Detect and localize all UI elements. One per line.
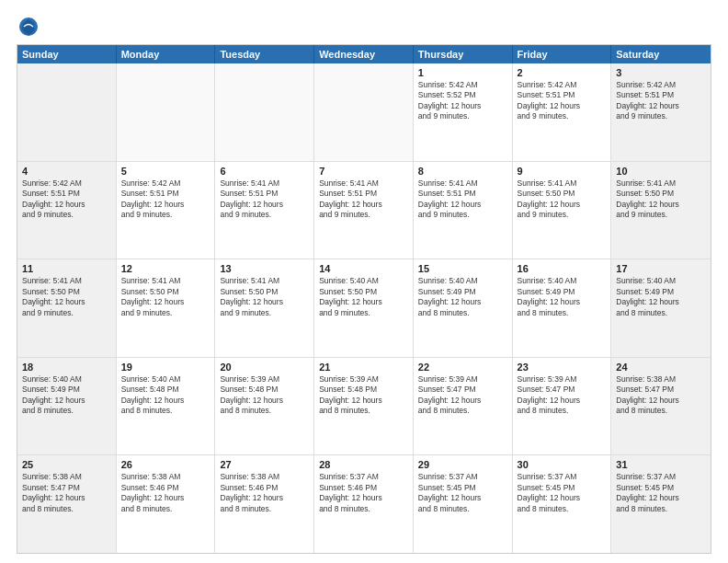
day-number: 19 bbox=[121, 362, 210, 373]
day-info: Sunrise: 5:42 AM Sunset: 5:52 PM Dayligh… bbox=[418, 80, 507, 122]
day-cell-14: 14Sunrise: 5:40 AM Sunset: 5:50 PM Dayli… bbox=[314, 259, 414, 357]
day-number: 4 bbox=[22, 166, 111, 177]
day-info: Sunrise: 5:37 AM Sunset: 5:46 PM Dayligh… bbox=[319, 472, 408, 514]
day-info: Sunrise: 5:38 AM Sunset: 5:46 PM Dayligh… bbox=[121, 472, 210, 514]
day-info: Sunrise: 5:41 AM Sunset: 5:50 PM Dayligh… bbox=[616, 178, 706, 221]
day-cell-12: 12Sunrise: 5:41 AM Sunset: 5:50 PM Dayli… bbox=[117, 259, 216, 357]
day-info: Sunrise: 5:40 AM Sunset: 5:49 PM Dayligh… bbox=[518, 276, 607, 318]
day-number: 17 bbox=[616, 263, 706, 274]
day-number: 18 bbox=[22, 362, 111, 373]
day-cell-5: 5Sunrise: 5:42 AM Sunset: 5:51 PM Daylig… bbox=[117, 162, 216, 259]
day-info: Sunrise: 5:41 AM Sunset: 5:50 PM Dayligh… bbox=[220, 276, 309, 318]
day-info: Sunrise: 5:41 AM Sunset: 5:51 PM Dayligh… bbox=[220, 178, 309, 221]
day-cell-26: 26Sunrise: 5:38 AM Sunset: 5:46 PM Dayli… bbox=[117, 455, 216, 553]
day-info: Sunrise: 5:39 AM Sunset: 5:48 PM Dayligh… bbox=[319, 374, 408, 417]
day-info: Sunrise: 5:42 AM Sunset: 5:51 PM Dayligh… bbox=[22, 178, 111, 221]
day-info: Sunrise: 5:40 AM Sunset: 5:49 PM Dayligh… bbox=[418, 276, 507, 318]
day-number: 2 bbox=[518, 67, 607, 78]
day-number: 22 bbox=[418, 362, 507, 373]
day-number: 26 bbox=[121, 459, 210, 470]
week-row-0: 1Sunrise: 5:42 AM Sunset: 5:52 PM Daylig… bbox=[17, 63, 711, 162]
day-cell-16: 16Sunrise: 5:40 AM Sunset: 5:49 PM Dayli… bbox=[513, 259, 612, 357]
day-cell-29: 29Sunrise: 5:37 AM Sunset: 5:45 PM Dayli… bbox=[414, 455, 513, 553]
header-day-saturday: Saturday bbox=[611, 45, 711, 63]
day-cell-15: 15Sunrise: 5:40 AM Sunset: 5:49 PM Dayli… bbox=[414, 259, 513, 357]
header-day-monday: Monday bbox=[117, 45, 216, 63]
day-number: 12 bbox=[121, 263, 210, 274]
day-cell-8: 8Sunrise: 5:41 AM Sunset: 5:51 PM Daylig… bbox=[414, 162, 513, 259]
day-cell-31: 31Sunrise: 5:37 AM Sunset: 5:45 PM Dayli… bbox=[611, 455, 711, 553]
day-info: Sunrise: 5:39 AM Sunset: 5:47 PM Dayligh… bbox=[518, 374, 607, 417]
day-number: 7 bbox=[319, 166, 408, 177]
day-cell-9: 9Sunrise: 5:41 AM Sunset: 5:50 PM Daylig… bbox=[513, 162, 612, 259]
day-cell-28: 28Sunrise: 5:37 AM Sunset: 5:46 PM Dayli… bbox=[314, 455, 414, 553]
header-day-wednesday: Wednesday bbox=[314, 45, 414, 63]
day-cell-22: 22Sunrise: 5:39 AM Sunset: 5:47 PM Dayli… bbox=[414, 358, 513, 455]
day-info: Sunrise: 5:41 AM Sunset: 5:51 PM Dayligh… bbox=[418, 178, 507, 221]
day-number: 14 bbox=[319, 263, 408, 274]
week-row-1: 4Sunrise: 5:42 AM Sunset: 5:51 PM Daylig… bbox=[17, 162, 711, 260]
day-cell-10: 10Sunrise: 5:41 AM Sunset: 5:50 PM Dayli… bbox=[611, 162, 711, 259]
day-cell-24: 24Sunrise: 5:38 AM Sunset: 5:47 PM Dayli… bbox=[611, 358, 711, 455]
empty-cell bbox=[17, 63, 117, 161]
day-info: Sunrise: 5:40 AM Sunset: 5:49 PM Dayligh… bbox=[22, 374, 111, 417]
day-number: 13 bbox=[220, 263, 309, 274]
day-info: Sunrise: 5:39 AM Sunset: 5:47 PM Dayligh… bbox=[418, 374, 507, 417]
day-number: 29 bbox=[418, 459, 507, 470]
day-cell-20: 20Sunrise: 5:39 AM Sunset: 5:48 PM Dayli… bbox=[215, 358, 314, 455]
day-number: 16 bbox=[518, 263, 607, 274]
day-number: 23 bbox=[518, 362, 607, 373]
day-info: Sunrise: 5:38 AM Sunset: 5:46 PM Dayligh… bbox=[220, 472, 309, 514]
day-info: Sunrise: 5:38 AM Sunset: 5:47 PM Dayligh… bbox=[22, 472, 111, 514]
day-info: Sunrise: 5:41 AM Sunset: 5:50 PM Dayligh… bbox=[22, 276, 111, 318]
calendar-body: 1Sunrise: 5:42 AM Sunset: 5:52 PM Daylig… bbox=[17, 63, 711, 553]
header-day-sunday: Sunday bbox=[17, 45, 117, 63]
day-cell-23: 23Sunrise: 5:39 AM Sunset: 5:47 PM Dayli… bbox=[513, 358, 612, 455]
day-cell-2: 2Sunrise: 5:42 AM Sunset: 5:51 PM Daylig… bbox=[513, 63, 612, 161]
header bbox=[17, 17, 711, 37]
day-info: Sunrise: 5:40 AM Sunset: 5:49 PM Dayligh… bbox=[616, 276, 706, 318]
day-info: Sunrise: 5:41 AM Sunset: 5:51 PM Dayligh… bbox=[319, 178, 408, 221]
calendar: SundayMondayTuesdayWednesdayThursdayFrid… bbox=[17, 44, 711, 554]
day-cell-4: 4Sunrise: 5:42 AM Sunset: 5:51 PM Daylig… bbox=[17, 162, 117, 259]
day-number: 10 bbox=[616, 166, 706, 177]
day-cell-3: 3Sunrise: 5:42 AM Sunset: 5:51 PM Daylig… bbox=[611, 63, 711, 161]
page: SundayMondayTuesdayWednesdayThursdayFrid… bbox=[0, 0, 728, 563]
day-info: Sunrise: 5:37 AM Sunset: 5:45 PM Dayligh… bbox=[418, 472, 507, 514]
day-cell-7: 7Sunrise: 5:41 AM Sunset: 5:51 PM Daylig… bbox=[314, 162, 414, 259]
empty-cell bbox=[215, 63, 314, 161]
week-row-3: 18Sunrise: 5:40 AM Sunset: 5:49 PM Dayli… bbox=[17, 358, 711, 456]
logo-icon bbox=[18, 17, 39, 37]
day-number: 9 bbox=[518, 166, 607, 177]
day-number: 3 bbox=[616, 67, 706, 78]
day-info: Sunrise: 5:39 AM Sunset: 5:48 PM Dayligh… bbox=[220, 374, 309, 417]
day-number: 30 bbox=[518, 459, 607, 470]
day-info: Sunrise: 5:40 AM Sunset: 5:48 PM Dayligh… bbox=[121, 374, 210, 417]
day-info: Sunrise: 5:41 AM Sunset: 5:50 PM Dayligh… bbox=[121, 276, 210, 318]
day-number: 15 bbox=[418, 263, 507, 274]
day-cell-1: 1Sunrise: 5:42 AM Sunset: 5:52 PM Daylig… bbox=[414, 63, 513, 161]
day-cell-27: 27Sunrise: 5:38 AM Sunset: 5:46 PM Dayli… bbox=[215, 455, 314, 553]
day-number: 31 bbox=[616, 459, 706, 470]
week-row-2: 11Sunrise: 5:41 AM Sunset: 5:50 PM Dayli… bbox=[17, 259, 711, 358]
day-cell-30: 30Sunrise: 5:37 AM Sunset: 5:45 PM Dayli… bbox=[513, 455, 612, 553]
header-day-thursday: Thursday bbox=[414, 45, 513, 63]
day-cell-13: 13Sunrise: 5:41 AM Sunset: 5:50 PM Dayli… bbox=[215, 259, 314, 357]
day-info: Sunrise: 5:37 AM Sunset: 5:45 PM Dayligh… bbox=[616, 472, 706, 514]
day-cell-18: 18Sunrise: 5:40 AM Sunset: 5:49 PM Dayli… bbox=[17, 358, 117, 455]
day-info: Sunrise: 5:41 AM Sunset: 5:50 PM Dayligh… bbox=[518, 178, 607, 221]
day-cell-21: 21Sunrise: 5:39 AM Sunset: 5:48 PM Dayli… bbox=[314, 358, 414, 455]
day-number: 25 bbox=[22, 459, 111, 470]
day-info: Sunrise: 5:42 AM Sunset: 5:51 PM Dayligh… bbox=[518, 80, 607, 122]
header-day-tuesday: Tuesday bbox=[215, 45, 314, 63]
day-cell-11: 11Sunrise: 5:41 AM Sunset: 5:50 PM Dayli… bbox=[17, 259, 117, 357]
day-number: 8 bbox=[418, 166, 507, 177]
logo bbox=[17, 17, 39, 37]
day-number: 28 bbox=[319, 459, 408, 470]
empty-cell bbox=[117, 63, 216, 161]
calendar-header: SundayMondayTuesdayWednesdayThursdayFrid… bbox=[17, 45, 711, 63]
day-number: 5 bbox=[121, 166, 210, 177]
day-cell-25: 25Sunrise: 5:38 AM Sunset: 5:47 PM Dayli… bbox=[17, 455, 117, 553]
day-number: 20 bbox=[220, 362, 309, 373]
day-info: Sunrise: 5:37 AM Sunset: 5:45 PM Dayligh… bbox=[518, 472, 607, 514]
